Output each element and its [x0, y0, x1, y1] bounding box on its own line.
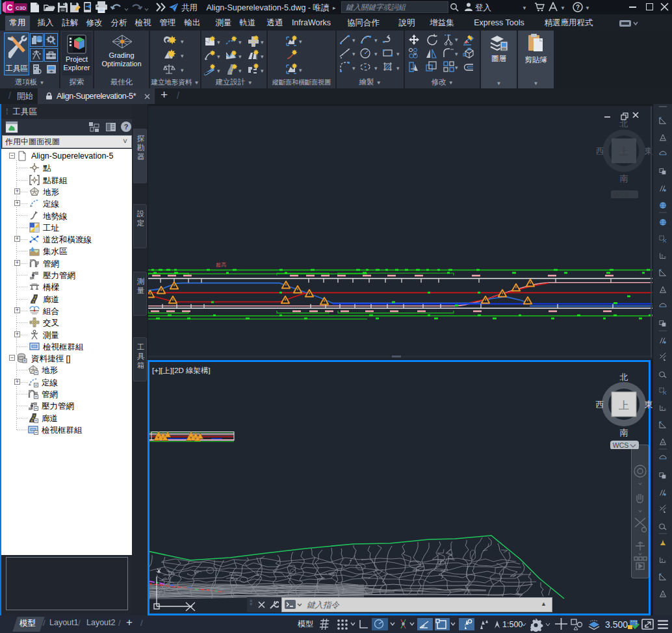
svg-text:1:500: 1:500 — [502, 620, 523, 629]
svg-text:北: 北 — [620, 372, 628, 382]
svg-text:▾: ▾ — [217, 68, 220, 74]
svg-text:▾: ▾ — [239, 39, 242, 45]
svg-text:▾: ▾ — [455, 51, 458, 57]
svg-text:?: ? — [576, 4, 580, 11]
svg-text:▾: ▾ — [396, 65, 400, 71]
svg-text:西: 西 — [596, 400, 604, 409]
svg-text:▾: ▾ — [455, 36, 458, 43]
svg-text:C: C — [7, 3, 13, 12]
svg-text:超高: 超高 — [216, 262, 226, 268]
svg-text:▾: ▾ — [374, 51, 378, 57]
svg-text:▾: ▾ — [352, 51, 355, 57]
svg-text:▾: ▾ — [352, 37, 355, 44]
svg-text:▾: ▾ — [261, 39, 264, 45]
svg-text:▾: ▾ — [181, 53, 184, 59]
svg-text:▾: ▾ — [352, 65, 355, 71]
svg-text:▾: ▾ — [396, 51, 400, 57]
svg-text:上: 上 — [619, 400, 629, 411]
svg-text:▾: ▾ — [299, 38, 302, 45]
svg-text:▾: ▾ — [181, 67, 184, 73]
svg-text:▾: ▾ — [261, 53, 264, 60]
svg-text:北: 北 — [620, 119, 628, 129]
svg-text:東: 東 — [645, 400, 653, 409]
svg-text:▾: ▾ — [374, 37, 378, 44]
svg-text:WCS: WCS — [614, 191, 629, 198]
svg-text:南: 南 — [620, 174, 628, 183]
svg-text:▾: ▾ — [374, 65, 378, 71]
svg-text:▾: ▾ — [261, 68, 264, 74]
svg-text:▾: ▾ — [239, 53, 242, 60]
svg-text:西: 西 — [597, 146, 604, 156]
svg-text:▾: ▾ — [217, 53, 220, 60]
svg-text:▾: ▾ — [217, 39, 220, 45]
svg-text:上: 上 — [619, 146, 629, 157]
svg-text:C3D: C3D — [16, 5, 26, 11]
svg-text:南: 南 — [620, 428, 628, 437]
svg-text:▾: ▾ — [299, 67, 302, 73]
svg-text:▾: ▾ — [181, 38, 184, 45]
svg-text:3.500: 3.500 — [605, 619, 628, 630]
svg-text:▾: ▾ — [239, 68, 242, 74]
svg-text:?: ? — [124, 123, 129, 131]
svg-text:▾: ▾ — [455, 64, 458, 71]
svg-text:WCS: WCS — [613, 441, 629, 449]
